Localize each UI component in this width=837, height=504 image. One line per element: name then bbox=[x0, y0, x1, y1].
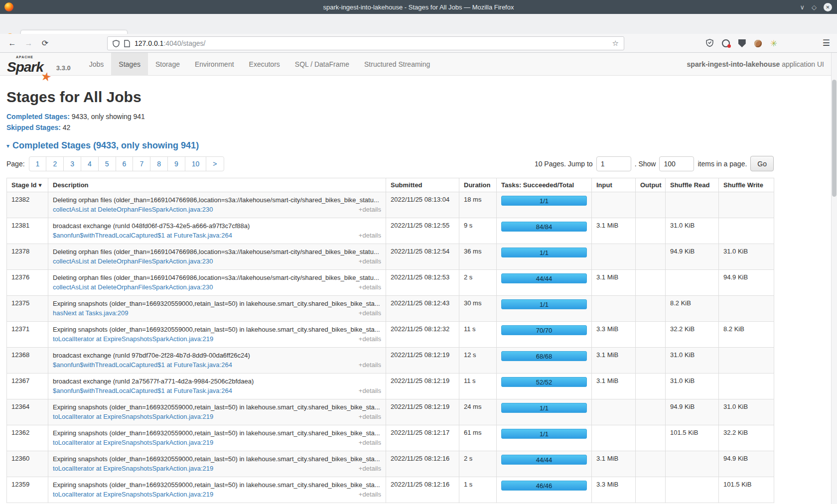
details-toggle[interactable]: +details bbox=[359, 361, 381, 370]
details-toggle[interactable]: +details bbox=[359, 490, 381, 499]
pocket-shield-icon[interactable] bbox=[706, 39, 713, 48]
duration-cell: 2 s bbox=[459, 451, 497, 477]
stage-detail-link[interactable]: hasNext at Tasks.java:209 bbox=[53, 309, 129, 318]
go-button[interactable]: Go bbox=[750, 156, 774, 171]
bookmark-star-icon[interactable]: ☆ bbox=[612, 39, 619, 48]
details-toggle[interactable]: +details bbox=[359, 257, 381, 266]
extension-asterisk-icon[interactable]: ✳ bbox=[770, 39, 777, 48]
column-header[interactable]: Stage Id ▾ bbox=[7, 178, 48, 192]
next-page-button[interactable]: > bbox=[206, 156, 224, 171]
jump-to-page-input[interactable] bbox=[596, 156, 631, 171]
container-mask-icon[interactable] bbox=[722, 39, 730, 47]
page-button-4[interactable]: 4 bbox=[81, 156, 99, 171]
tasks-progress-label: 1/1 bbox=[540, 301, 549, 308]
reload-icon[interactable]: ⟳ bbox=[37, 38, 53, 48]
stages-table: Stage Id ▾DescriptionSubmittedDurationTa… bbox=[6, 178, 774, 503]
completed-stages-section-header[interactable]: ▾ Completed Stages (9433, only showing 9… bbox=[6, 140, 774, 151]
nav-link[interactable]: Structured Streaming bbox=[357, 53, 437, 76]
column-header[interactable]: Duration bbox=[459, 178, 497, 192]
stage-detail-link[interactable]: toLocalIterator at ExpireSnapshotsSparkA… bbox=[53, 464, 213, 473]
details-toggle[interactable]: +details bbox=[359, 231, 381, 240]
details-toggle[interactable]: +details bbox=[359, 412, 381, 421]
tasks-cell: 84/84 bbox=[497, 218, 592, 244]
column-header[interactable]: Tasks: Succeeded/Total bbox=[497, 178, 592, 192]
stage-detail-link[interactable]: collectAsList at DeleteOrphanFilesSparkA… bbox=[53, 257, 213, 266]
stage-detail-link[interactable]: collectAsList at DeleteOrphanFilesSparkA… bbox=[53, 283, 213, 292]
stage-detail-link[interactable]: $anonfun$withThreadLocalCaptured$1 at Fu… bbox=[53, 231, 232, 240]
output-cell bbox=[636, 218, 666, 244]
page-scrollbar[interactable] bbox=[831, 53, 837, 504]
close-icon[interactable]: ✕ bbox=[824, 3, 832, 11]
page-button-2[interactable]: 2 bbox=[46, 156, 64, 171]
menu-icon[interactable]: ☰ bbox=[823, 38, 830, 48]
ublock-shield-icon[interactable] bbox=[738, 39, 746, 47]
nav-link[interactable]: Stages bbox=[111, 53, 148, 76]
nav-link[interactable]: Executors bbox=[242, 53, 287, 76]
column-header[interactable]: Shuffle Read bbox=[666, 178, 719, 192]
column-header[interactable]: Output bbox=[636, 178, 666, 192]
stage-detail-link[interactable]: $anonfun$withThreadLocalCaptured$1 at Fu… bbox=[53, 361, 232, 370]
column-header[interactable]: Shuffle Write bbox=[719, 178, 774, 192]
minimize-icon[interactable]: ∨ bbox=[800, 4, 805, 10]
stage-detail-link[interactable]: toLocalIterator at ExpireSnapshotsSparkA… bbox=[53, 490, 213, 499]
nav-link[interactable]: SQL / DataFrame bbox=[287, 53, 357, 76]
input-cell bbox=[592, 425, 636, 451]
details-toggle[interactable]: +details bbox=[359, 386, 381, 395]
stage-id-cell: 12376 bbox=[7, 270, 48, 296]
page-button-6[interactable]: 6 bbox=[116, 156, 134, 171]
items-per-page-input[interactable] bbox=[659, 156, 694, 171]
url-text: 127.0.0.1:4040/stages/ bbox=[135, 39, 205, 47]
stage-description: Expiring snapshots (older_than=166932055… bbox=[53, 299, 381, 308]
stage-detail-link[interactable]: toLocalIterator at ExpireSnapshotsSparkA… bbox=[53, 438, 213, 447]
tasks-cell: 68/68 bbox=[497, 348, 592, 374]
details-toggle[interactable]: +details bbox=[359, 438, 381, 447]
scrollbar-thumb[interactable] bbox=[832, 80, 837, 197]
column-header[interactable]: Input bbox=[592, 178, 636, 192]
stage-detail-link[interactable]: toLocalIterator at ExpireSnapshotsSparkA… bbox=[53, 412, 213, 421]
submitted-cell: 2022/11/25 08:12:53 bbox=[386, 270, 459, 296]
details-toggle[interactable]: +details bbox=[359, 464, 381, 473]
items-per-page-label: items in a page. bbox=[698, 160, 747, 168]
tasks-cell: 1/1 bbox=[497, 296, 592, 322]
duration-cell: 1 s bbox=[459, 477, 497, 503]
column-header[interactable]: Description bbox=[48, 178, 386, 192]
input-cell bbox=[592, 192, 636, 218]
skipped-stages-link[interactable]: Skipped Stages: bbox=[6, 124, 61, 131]
tracking-shield-icon[interactable] bbox=[113, 40, 120, 47]
spark-logo-text: Spark bbox=[7, 60, 43, 74]
shuffle-read-cell bbox=[666, 477, 719, 503]
url-bar[interactable]: 127.0.0.1:4040/stages/ ☆ bbox=[107, 36, 624, 50]
page-info-icon[interactable] bbox=[124, 40, 130, 47]
back-icon[interactable]: ← bbox=[4, 39, 20, 48]
stage-detail-link[interactable]: $anonfun$withThreadLocalCaptured$1 at Fu… bbox=[53, 386, 232, 395]
completed-stages-link[interactable]: Completed Stages: bbox=[6, 113, 70, 121]
stage-id-cell: 12371 bbox=[7, 322, 48, 348]
input-cell: 3.3 MiB bbox=[592, 322, 636, 348]
page-button-8[interactable]: 8 bbox=[150, 156, 168, 171]
details-toggle[interactable]: +details bbox=[359, 205, 381, 214]
maximize-icon[interactable]: ◇ bbox=[812, 4, 817, 10]
details-toggle[interactable]: +details bbox=[359, 309, 381, 318]
nav-link[interactable]: Storage bbox=[148, 53, 187, 76]
submitted-cell: 2022/11/25 08:13:04 bbox=[386, 192, 459, 218]
details-toggle[interactable]: +details bbox=[359, 335, 381, 344]
stage-detail-link[interactable]: collectAsList at DeleteOrphanFilesSparkA… bbox=[53, 205, 213, 214]
page-button-3[interactable]: 3 bbox=[63, 156, 81, 171]
cookie-icon[interactable] bbox=[754, 40, 762, 47]
column-header[interactable]: Submitted bbox=[386, 178, 459, 192]
stage-id-cell: 12368 bbox=[7, 348, 48, 374]
tasks-progress-bar: 1/1 bbox=[501, 248, 587, 257]
table-row: 12371Expiring snapshots (older_than=1669… bbox=[7, 322, 774, 348]
page-button-5[interactable]: 5 bbox=[98, 156, 116, 171]
nav-link[interactable]: Environment bbox=[187, 53, 242, 76]
page-button-1[interactable]: 1 bbox=[29, 156, 47, 171]
page-button-10[interactable]: 10 bbox=[185, 156, 207, 171]
stage-detail-link[interactable]: toLocalIterator at ExpireSnapshotsSparkA… bbox=[53, 335, 213, 344]
page-button-9[interactable]: 9 bbox=[167, 156, 185, 171]
details-toggle[interactable]: +details bbox=[359, 283, 381, 292]
page-button-7[interactable]: 7 bbox=[133, 156, 150, 171]
spark-logo[interactable]: Spark APACHE ★ 3.3.0 bbox=[0, 53, 71, 75]
forward-icon[interactable]: → bbox=[20, 39, 37, 48]
duration-cell: 11 s bbox=[459, 374, 497, 399]
nav-link[interactable]: Jobs bbox=[82, 53, 112, 76]
